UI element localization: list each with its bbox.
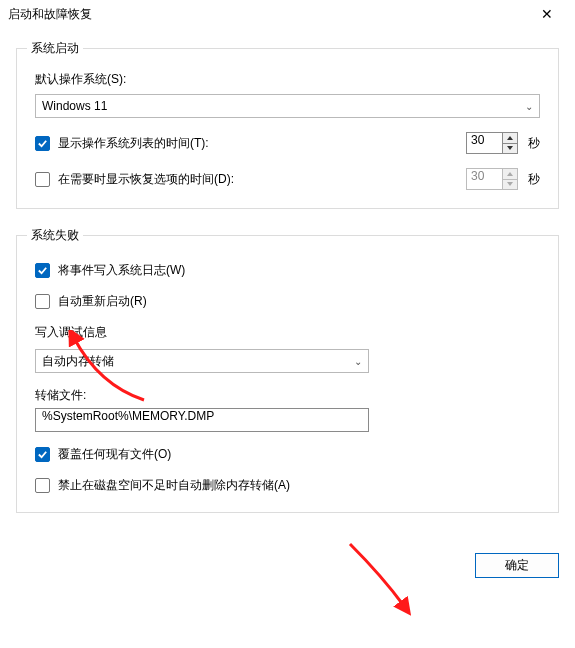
close-icon: ✕ bbox=[541, 6, 553, 22]
spinner-up-icon bbox=[503, 169, 517, 180]
check-icon bbox=[37, 138, 48, 149]
close-button[interactable]: ✕ bbox=[527, 3, 567, 25]
label-overwrite: 覆盖任何现有文件(O) bbox=[58, 446, 540, 463]
default-os-value: Windows 11 bbox=[42, 99, 107, 113]
dump-file-label: 转储文件: bbox=[35, 387, 540, 404]
button-bar: 确定 bbox=[0, 543, 575, 588]
group-system-failure: 系统失败 将事件写入系统日志(W) 自动重新启动(R) 写入调试信息 自动内存转… bbox=[16, 227, 559, 513]
dialog-content: 系统启动 默认操作系统(S): Windows 11 ⌄ 显示操作系统列表的时间… bbox=[0, 28, 575, 543]
group-legend-startup: 系统启动 bbox=[27, 40, 83, 57]
spinner-value-os-list[interactable]: 30 bbox=[466, 132, 502, 154]
spinner-up-icon[interactable] bbox=[503, 133, 517, 144]
spinner-down-icon[interactable] bbox=[503, 144, 517, 154]
debug-select-value: 自动内存转储 bbox=[42, 353, 114, 370]
spinner-show-recovery: 30 bbox=[466, 168, 518, 190]
group-system-startup: 系统启动 默认操作系统(S): Windows 11 ⌄ 显示操作系统列表的时间… bbox=[16, 40, 559, 209]
row-auto-restart: 自动重新启动(R) bbox=[35, 293, 540, 310]
checkbox-show-os-list[interactable] bbox=[35, 136, 50, 151]
checkbox-write-log[interactable] bbox=[35, 263, 50, 278]
default-os-select[interactable]: Windows 11 ⌄ bbox=[35, 94, 540, 118]
titlebar: 启动和故障恢复 ✕ bbox=[0, 0, 575, 28]
spinner-down-icon bbox=[503, 180, 517, 190]
chevron-down-icon: ⌄ bbox=[525, 101, 533, 112]
row-disable-auto-delete: 禁止在磁盘空间不足时自动删除内存转储(A) bbox=[35, 477, 540, 494]
debug-heading: 写入调试信息 bbox=[35, 324, 540, 341]
label-auto-restart: 自动重新启动(R) bbox=[58, 293, 540, 310]
checkbox-auto-restart[interactable] bbox=[35, 294, 50, 309]
label-disable-auto-delete: 禁止在磁盘空间不足时自动删除内存转储(A) bbox=[58, 477, 540, 494]
ok-button[interactable]: 确定 bbox=[475, 553, 559, 578]
checkbox-show-recovery[interactable] bbox=[35, 172, 50, 187]
check-icon bbox=[37, 265, 48, 276]
dump-file-input[interactable]: %SystemRoot%\MEMORY.DMP bbox=[35, 408, 369, 432]
spinner-value-recovery: 30 bbox=[466, 168, 502, 190]
row-overwrite: 覆盖任何现有文件(O) bbox=[35, 446, 540, 463]
checkbox-disable-auto-delete[interactable] bbox=[35, 478, 50, 493]
group-legend-failure: 系统失败 bbox=[27, 227, 83, 244]
row-show-os-list: 显示操作系统列表的时间(T): 30 秒 bbox=[35, 132, 540, 154]
label-write-log: 将事件写入系统日志(W) bbox=[58, 262, 540, 279]
debug-select[interactable]: 自动内存转储 ⌄ bbox=[35, 349, 369, 373]
label-show-os-list: 显示操作系统列表的时间(T): bbox=[58, 135, 458, 152]
row-write-log: 将事件写入系统日志(W) bbox=[35, 262, 540, 279]
dialog-title: 启动和故障恢复 bbox=[8, 6, 92, 23]
ok-button-label: 确定 bbox=[505, 557, 529, 574]
label-show-recovery: 在需要时显示恢复选项的时间(D): bbox=[58, 171, 458, 188]
chevron-down-icon: ⌄ bbox=[354, 356, 362, 367]
check-icon bbox=[37, 449, 48, 460]
unit-seconds-1: 秒 bbox=[528, 135, 540, 152]
dump-file-value: %SystemRoot%\MEMORY.DMP bbox=[42, 409, 214, 423]
row-show-recovery: 在需要时显示恢复选项的时间(D): 30 秒 bbox=[35, 168, 540, 190]
unit-seconds-2: 秒 bbox=[528, 171, 540, 188]
spinner-show-os-list[interactable]: 30 bbox=[466, 132, 518, 154]
checkbox-overwrite[interactable] bbox=[35, 447, 50, 462]
default-os-label: 默认操作系统(S): bbox=[35, 71, 540, 88]
